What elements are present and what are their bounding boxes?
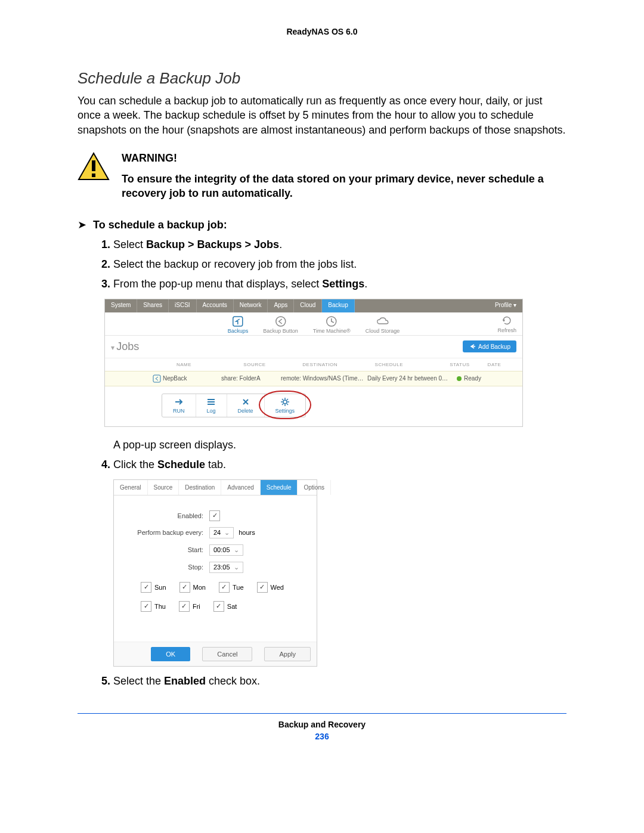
tab-options[interactable]: Options xyxy=(298,480,330,495)
cancel-button[interactable]: Cancel xyxy=(202,647,252,661)
day-sun-checkbox[interactable]: ✓ xyxy=(141,582,151,593)
settings-icon xyxy=(281,397,289,407)
tab-schedule[interactable]: Schedule xyxy=(261,480,298,495)
refresh-icon xyxy=(501,315,512,327)
doc-header: ReadyNAS OS 6.0 xyxy=(78,27,566,36)
section-title: Schedule a Backup Job xyxy=(78,69,566,88)
enabled-label: Enabled: xyxy=(126,512,209,519)
cloud-icon xyxy=(376,315,389,328)
svg-line-13 xyxy=(282,399,283,400)
warning-body: To ensure the integrity of the data stor… xyxy=(122,173,544,199)
col-date: DATE xyxy=(485,362,522,367)
nav-system[interactable]: System xyxy=(105,299,137,312)
subnav-refresh[interactable]: Refresh xyxy=(497,315,516,333)
col-status: STATUS xyxy=(447,362,484,367)
col-sched: SCHEDULE xyxy=(372,362,447,367)
every-label: Perform backup every: xyxy=(126,529,209,536)
start-select[interactable]: 00:05 xyxy=(209,544,243,556)
subnav-time-machine[interactable]: Time Machine® xyxy=(313,315,351,334)
step-3: From the pop-up menu that displays, sele… xyxy=(113,275,566,293)
popup-settings[interactable]: Settings xyxy=(265,394,306,417)
intro-paragraph: You can schedule a backup job to automat… xyxy=(78,94,566,137)
ok-button[interactable]: OK xyxy=(151,647,190,661)
svg-rect-2 xyxy=(92,174,95,177)
day-sat-checkbox[interactable]: ✓ xyxy=(213,601,224,612)
day-tue-checkbox[interactable]: ✓ xyxy=(219,582,230,593)
day-mon-checkbox[interactable]: ✓ xyxy=(179,582,190,593)
status-dot-icon xyxy=(457,376,462,381)
day-mon-label: Mon xyxy=(193,584,206,591)
job-schedule: Daily Every 24 hr between 0… xyxy=(367,375,457,382)
procedure-heading: ➤ To schedule a backup job: xyxy=(78,218,566,231)
day-wed-checkbox[interactable]: ✓ xyxy=(257,582,268,593)
nav-accounts[interactable]: Accounts xyxy=(197,299,234,312)
day-thu-checkbox[interactable]: ✓ xyxy=(141,601,151,612)
warning-title: WARNING! xyxy=(122,152,566,165)
subnav-backups[interactable]: Backups xyxy=(228,315,249,334)
top-nav: System Shares iSCSI Accounts Network App… xyxy=(105,299,522,312)
stop-select[interactable]: 23:05 xyxy=(209,562,243,573)
tab-advanced[interactable]: Advanced xyxy=(221,480,260,495)
day-sun-label: Sun xyxy=(154,584,166,591)
columns-header: NAME SOURCE DESTINATION SCHEDULE STATUS … xyxy=(105,358,522,371)
page-number: 236 xyxy=(78,732,566,741)
svg-line-14 xyxy=(287,404,288,405)
apply-button[interactable]: Apply xyxy=(264,647,311,661)
jobs-heading[interactable]: Jobs xyxy=(111,340,139,353)
col-source: SOURCE xyxy=(240,362,299,367)
nav-profile[interactable]: Profile ▾ xyxy=(489,299,522,312)
tab-general[interactable]: General xyxy=(114,480,148,495)
job-destination: remote: Windows/NAS (Time… xyxy=(281,375,367,382)
svg-line-15 xyxy=(287,399,288,400)
footer-rule xyxy=(78,713,566,714)
run-icon xyxy=(174,397,184,407)
popup-note: A pop-up screen displays. xyxy=(113,439,566,451)
day-fri-checkbox[interactable]: ✓ xyxy=(179,601,190,612)
col-name: NAME xyxy=(174,362,240,367)
nav-cloud[interactable]: Cloud xyxy=(294,299,322,312)
days-group: ✓Sun ✓Mon ✓Tue ✓Wed ✓Thu ✓Fri ✓Sat xyxy=(141,582,305,612)
warning-block: WARNING! To ensure the integrity of the … xyxy=(78,152,566,201)
svg-line-16 xyxy=(282,404,283,405)
svg-rect-1 xyxy=(92,160,95,171)
delete-icon xyxy=(242,397,249,407)
step-2: Select the backup or recovery job from t… xyxy=(113,256,566,273)
nav-network[interactable]: Network xyxy=(234,299,268,312)
popup-run[interactable]: RUN xyxy=(162,394,196,417)
svg-point-4 xyxy=(276,317,286,326)
step-4: Click the Schedule tab. xyxy=(113,456,566,473)
nav-apps[interactable]: Apps xyxy=(268,299,294,312)
job-row[interactable]: NepBack share: FolderA remote: Windows/N… xyxy=(105,371,522,386)
subnav-backup-button[interactable]: Backup Button xyxy=(263,315,298,334)
add-backup-button[interactable]: Add Backup xyxy=(463,340,516,352)
time-machine-icon xyxy=(325,315,338,328)
add-backup-icon xyxy=(469,343,476,350)
popup-log[interactable]: Log xyxy=(196,394,227,417)
backups-icon xyxy=(231,315,244,328)
day-tue-label: Tue xyxy=(233,584,244,591)
nav-iscsi[interactable]: iSCSI xyxy=(169,299,197,312)
screenshot-schedule-dialog: General Source Destination Advanced Sche… xyxy=(113,479,317,667)
popup-menu: RUN Log Delete Settings xyxy=(162,394,306,417)
nav-backup[interactable]: Backup xyxy=(322,299,354,312)
subnav-cloud-storage[interactable]: Cloud Storage xyxy=(366,315,400,334)
tab-source[interactable]: Source xyxy=(148,480,179,495)
day-wed-label: Wed xyxy=(271,584,284,591)
every-select[interactable]: 24 xyxy=(209,527,234,538)
job-icon xyxy=(153,374,161,383)
backup-button-icon xyxy=(274,315,287,328)
dialog-tabs: General Source Destination Advanced Sche… xyxy=(114,480,317,496)
steps-list-continued-2: Select the Enabled check box. xyxy=(78,673,566,690)
tab-destination[interactable]: Destination xyxy=(179,480,221,495)
col-dest: DESTINATION xyxy=(299,362,371,367)
sub-nav: Backups Backup Button Time Machine® xyxy=(105,312,522,336)
nav-shares[interactable]: Shares xyxy=(137,299,169,312)
step-5: Select the Enabled check box. xyxy=(113,673,566,690)
warning-icon xyxy=(78,152,110,181)
svg-rect-7 xyxy=(153,375,160,382)
enabled-checkbox[interactable]: ✓ xyxy=(209,510,220,521)
screenshot-backup-jobs: System Shares iSCSI Accounts Network App… xyxy=(104,299,523,427)
steps-list-continued: Click the Schedule tab. xyxy=(78,456,566,473)
job-status: Ready xyxy=(457,375,504,382)
log-icon xyxy=(207,397,215,407)
